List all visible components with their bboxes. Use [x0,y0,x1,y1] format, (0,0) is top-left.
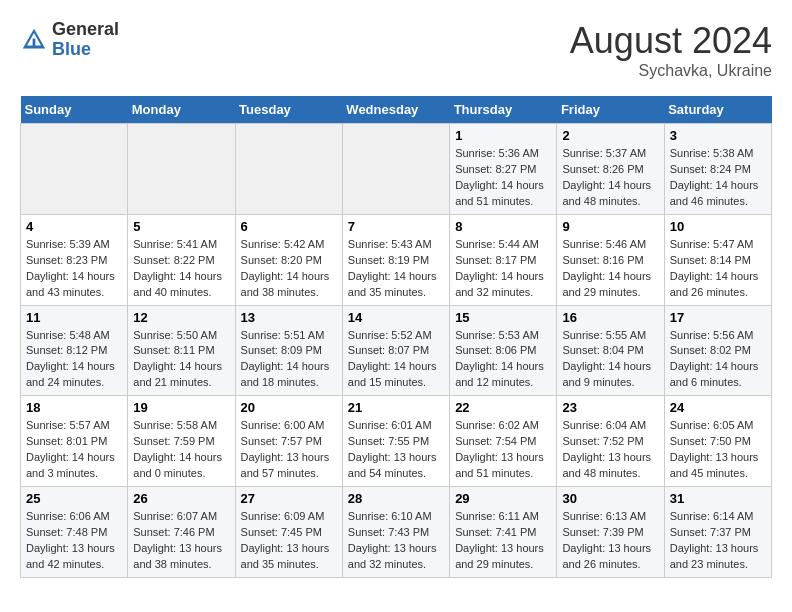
day-number: 14 [348,310,444,325]
day-number: 23 [562,400,658,415]
calendar-cell: 2Sunrise: 5:37 AMSunset: 8:26 PMDaylight… [557,124,664,215]
day-info: Sunrise: 6:04 AMSunset: 7:52 PMDaylight:… [562,418,658,482]
day-number: 7 [348,219,444,234]
day-number: 22 [455,400,551,415]
day-number: 18 [26,400,122,415]
calendar-cell: 3Sunrise: 5:38 AMSunset: 8:24 PMDaylight… [664,124,771,215]
calendar-cell: 22Sunrise: 6:02 AMSunset: 7:54 PMDayligh… [450,396,557,487]
logo: General Blue [20,20,119,60]
day-number: 5 [133,219,229,234]
day-info: Sunrise: 5:57 AMSunset: 8:01 PMDaylight:… [26,418,122,482]
day-number: 3 [670,128,766,143]
calendar-cell: 24Sunrise: 6:05 AMSunset: 7:50 PMDayligh… [664,396,771,487]
day-info: Sunrise: 6:14 AMSunset: 7:37 PMDaylight:… [670,509,766,573]
day-number: 24 [670,400,766,415]
day-info: Sunrise: 6:01 AMSunset: 7:55 PMDaylight:… [348,418,444,482]
calendar-cell: 21Sunrise: 6:01 AMSunset: 7:55 PMDayligh… [342,396,449,487]
day-info: Sunrise: 5:46 AMSunset: 8:16 PMDaylight:… [562,237,658,301]
calendar-cell: 26Sunrise: 6:07 AMSunset: 7:46 PMDayligh… [128,487,235,578]
day-info: Sunrise: 6:10 AMSunset: 7:43 PMDaylight:… [348,509,444,573]
day-number: 8 [455,219,551,234]
calendar-cell: 8Sunrise: 5:44 AMSunset: 8:17 PMDaylight… [450,214,557,305]
calendar-cell [235,124,342,215]
calendar-cell: 25Sunrise: 6:06 AMSunset: 7:48 PMDayligh… [21,487,128,578]
calendar-week-row: 25Sunrise: 6:06 AMSunset: 7:48 PMDayligh… [21,487,772,578]
calendar-cell: 11Sunrise: 5:48 AMSunset: 8:12 PMDayligh… [21,305,128,396]
day-info: Sunrise: 5:39 AMSunset: 8:23 PMDaylight:… [26,237,122,301]
calendar-cell: 30Sunrise: 6:13 AMSunset: 7:39 PMDayligh… [557,487,664,578]
header-cell-monday: Monday [128,96,235,124]
calendar-cell: 15Sunrise: 5:53 AMSunset: 8:06 PMDayligh… [450,305,557,396]
calendar-week-row: 11Sunrise: 5:48 AMSunset: 8:12 PMDayligh… [21,305,772,396]
day-info: Sunrise: 5:52 AMSunset: 8:07 PMDaylight:… [348,328,444,392]
day-number: 31 [670,491,766,506]
calendar-cell: 10Sunrise: 5:47 AMSunset: 8:14 PMDayligh… [664,214,771,305]
calendar-cell: 31Sunrise: 6:14 AMSunset: 7:37 PMDayligh… [664,487,771,578]
calendar-cell: 28Sunrise: 6:10 AMSunset: 7:43 PMDayligh… [342,487,449,578]
calendar-cell: 17Sunrise: 5:56 AMSunset: 8:02 PMDayligh… [664,305,771,396]
day-number: 21 [348,400,444,415]
calendar-cell: 9Sunrise: 5:46 AMSunset: 8:16 PMDaylight… [557,214,664,305]
calendar-cell [342,124,449,215]
day-number: 9 [562,219,658,234]
day-info: Sunrise: 5:58 AMSunset: 7:59 PMDaylight:… [133,418,229,482]
day-info: Sunrise: 5:36 AMSunset: 8:27 PMDaylight:… [455,146,551,210]
day-number: 1 [455,128,551,143]
day-info: Sunrise: 6:11 AMSunset: 7:41 PMDaylight:… [455,509,551,573]
calendar-cell: 1Sunrise: 5:36 AMSunset: 8:27 PMDaylight… [450,124,557,215]
day-info: Sunrise: 5:43 AMSunset: 8:19 PMDaylight:… [348,237,444,301]
day-number: 4 [26,219,122,234]
day-info: Sunrise: 6:00 AMSunset: 7:57 PMDaylight:… [241,418,337,482]
day-info: Sunrise: 5:37 AMSunset: 8:26 PMDaylight:… [562,146,658,210]
day-number: 6 [241,219,337,234]
day-info: Sunrise: 6:09 AMSunset: 7:45 PMDaylight:… [241,509,337,573]
day-info: Sunrise: 5:51 AMSunset: 8:09 PMDaylight:… [241,328,337,392]
header-cell-wednesday: Wednesday [342,96,449,124]
day-info: Sunrise: 6:13 AMSunset: 7:39 PMDaylight:… [562,509,658,573]
calendar-cell: 5Sunrise: 5:41 AMSunset: 8:22 PMDaylight… [128,214,235,305]
day-number: 13 [241,310,337,325]
day-number: 20 [241,400,337,415]
logo-icon [20,26,48,54]
day-info: Sunrise: 6:05 AMSunset: 7:50 PMDaylight:… [670,418,766,482]
calendar-cell: 29Sunrise: 6:11 AMSunset: 7:41 PMDayligh… [450,487,557,578]
day-info: Sunrise: 5:55 AMSunset: 8:04 PMDaylight:… [562,328,658,392]
day-number: 11 [26,310,122,325]
header-cell-saturday: Saturday [664,96,771,124]
calendar-week-row: 4Sunrise: 5:39 AMSunset: 8:23 PMDaylight… [21,214,772,305]
calendar-cell: 19Sunrise: 5:58 AMSunset: 7:59 PMDayligh… [128,396,235,487]
day-info: Sunrise: 5:56 AMSunset: 8:02 PMDaylight:… [670,328,766,392]
day-info: Sunrise: 5:48 AMSunset: 8:12 PMDaylight:… [26,328,122,392]
day-number: 15 [455,310,551,325]
day-info: Sunrise: 5:47 AMSunset: 8:14 PMDaylight:… [670,237,766,301]
day-number: 19 [133,400,229,415]
page-header: General Blue August 2024 Sychavka, Ukrai… [20,20,772,80]
month-year: August 2024 [570,20,772,62]
day-info: Sunrise: 5:38 AMSunset: 8:24 PMDaylight:… [670,146,766,210]
calendar-cell: 16Sunrise: 5:55 AMSunset: 8:04 PMDayligh… [557,305,664,396]
calendar-header-row: SundayMondayTuesdayWednesdayThursdayFrid… [21,96,772,124]
logo-blue-text: Blue [52,40,119,60]
calendar-table: SundayMondayTuesdayWednesdayThursdayFrid… [20,96,772,578]
calendar-week-row: 1Sunrise: 5:36 AMSunset: 8:27 PMDaylight… [21,124,772,215]
day-number: 16 [562,310,658,325]
day-info: Sunrise: 6:06 AMSunset: 7:48 PMDaylight:… [26,509,122,573]
day-number: 26 [133,491,229,506]
header-cell-tuesday: Tuesday [235,96,342,124]
calendar-cell: 4Sunrise: 5:39 AMSunset: 8:23 PMDaylight… [21,214,128,305]
title-block: August 2024 Sychavka, Ukraine [570,20,772,80]
day-info: Sunrise: 5:42 AMSunset: 8:20 PMDaylight:… [241,237,337,301]
logo-general-text: General [52,20,119,40]
day-number: 2 [562,128,658,143]
location: Sychavka, Ukraine [570,62,772,80]
logo-text: General Blue [52,20,119,60]
day-number: 29 [455,491,551,506]
day-number: 30 [562,491,658,506]
calendar-cell: 14Sunrise: 5:52 AMSunset: 8:07 PMDayligh… [342,305,449,396]
header-cell-thursday: Thursday [450,96,557,124]
day-info: Sunrise: 5:44 AMSunset: 8:17 PMDaylight:… [455,237,551,301]
header-cell-sunday: Sunday [21,96,128,124]
day-number: 28 [348,491,444,506]
header-cell-friday: Friday [557,96,664,124]
calendar-cell [128,124,235,215]
